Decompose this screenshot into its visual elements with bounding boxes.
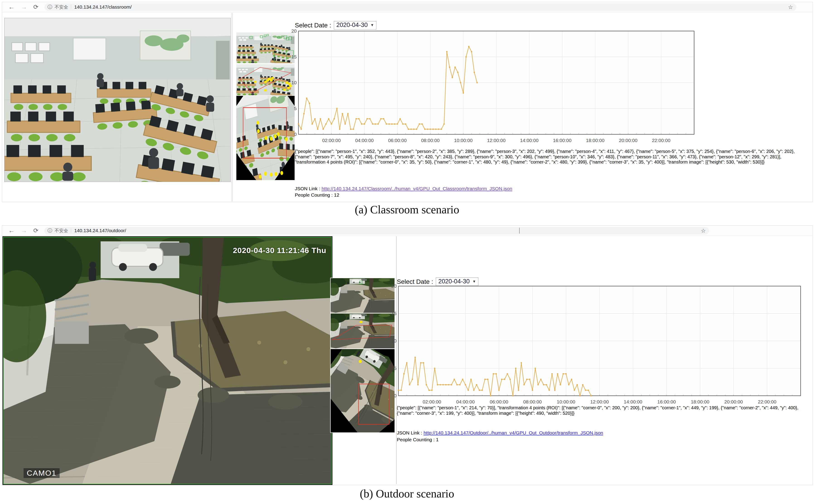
reload-icon[interactable]: ⟳	[33, 2, 39, 12]
svg-text:10:00:00: 10:00:00	[557, 399, 575, 404]
svg-text:06:00:00: 06:00:00	[490, 399, 508, 404]
svg-text:0: 0	[394, 393, 396, 398]
classroom-transform-thumbnail	[236, 95, 295, 181]
json-link-row: JSON Link : http://140.134.24.147/Classr…	[295, 186, 512, 191]
svg-text:02:00:00: 02:00:00	[322, 138, 341, 143]
svg-text:5: 5	[294, 106, 297, 111]
classroom-detection-thumbnail	[236, 32, 295, 64]
svg-text:16:00:00: 16:00:00	[553, 138, 572, 143]
browser-toolbar: ← → ⟳ ⓘ 不安全 140.134.24.147/classroom/ ☆	[2, 2, 812, 12]
classroom-camera-view	[4, 18, 231, 182]
address-bar[interactable]: ⓘ 不安全 140.134.24.147/classroom/ ☆	[44, 3, 796, 11]
caption-b: (b) Outdoor scenario	[0, 487, 814, 500]
address-bar[interactable]: ⓘ 不安全 140.134.24.147/outdoor/ ☆	[44, 227, 709, 234]
svg-text:22:00:00: 22:00:00	[652, 138, 671, 143]
json-link[interactable]: http://140.134.24.147/Classroom/../human…	[321, 186, 512, 191]
bookmark-star-icon[interactable]: ☆	[701, 227, 706, 234]
forward-icon[interactable]: →	[21, 2, 27, 12]
people-count-chart-outdoor: 0510152002:00:0004:00:0006:00:0008:00:00…	[388, 284, 804, 408]
json-output-text: {"people": [{"name": "person-1", "x": 35…	[295, 149, 812, 165]
json-link-row: JSON Link : http://140.134.24.147/Outdoo…	[397, 430, 603, 436]
svg-text:20:00:00: 20:00:00	[619, 138, 638, 143]
back-icon[interactable]: ←	[8, 2, 14, 12]
svg-text:08:00:00: 08:00:00	[421, 138, 440, 143]
back-icon[interactable]: ←	[8, 226, 14, 236]
people-count-chart-classroom: 0510152002:00:0004:00:0006:00:0008:00:00…	[290, 29, 698, 147]
people-counting-row: People Counting : 1	[397, 437, 439, 442]
date-select[interactable]: 2020-04-30 ▼	[334, 21, 376, 29]
outdoor-screenshot: ← → ⟳ ⓘ 不安全 140.134.24.147/outdoor/ ☆ 20…	[2, 225, 813, 485]
svg-text:20:00:00: 20:00:00	[724, 399, 743, 404]
select-date-row: Select Date : 2020-04-30 ▼	[295, 21, 376, 29]
outdoor-detection-thumbnail	[330, 278, 395, 313]
date-select-value: 2020-04-30	[336, 22, 367, 29]
security-label: 不安全	[55, 4, 68, 10]
svg-text:12:00:00: 12:00:00	[487, 138, 506, 143]
svg-text:16:00:00: 16:00:00	[657, 399, 676, 404]
info-icon[interactable]: ⓘ	[48, 227, 52, 234]
chevron-down-icon: ▼	[472, 280, 476, 284]
outdoor-transform-thumbnail	[330, 349, 395, 433]
json-link[interactable]: http://140.134.24.147/Outdoor/../human_v…	[424, 430, 603, 435]
figure-page: ← → ⟳ ⓘ 不安全 140.134.24.147/classroom/ ☆	[0, 0, 814, 504]
svg-text:22:00:00: 22:00:00	[758, 399, 776, 404]
people-counting-label: People Counting :	[295, 192, 333, 198]
people-counting-value: 12	[334, 192, 339, 198]
people-counting-label: People Counting :	[397, 437, 435, 442]
svg-text:12:00:00: 12:00:00	[590, 399, 609, 404]
text-cursor	[519, 228, 520, 234]
url-text[interactable]: 140.134.24.147/outdoor/	[74, 228, 126, 233]
svg-text:10: 10	[291, 80, 297, 85]
svg-text:18:00:00: 18:00:00	[586, 138, 605, 143]
svg-text:10: 10	[391, 338, 396, 343]
browser-toolbar: ← → ⟳ ⓘ 不安全 140.134.24.147/outdoor/ ☆	[2, 226, 812, 236]
outdoor-camera-view: 2020-04-30 11:21:46 Thu CAMO1	[2, 236, 332, 485]
people-counting-row: People Counting : 12	[295, 192, 339, 198]
svg-text:18:00:00: 18:00:00	[691, 399, 709, 404]
reload-icon[interactable]: ⟳	[33, 226, 39, 236]
person-dot	[359, 360, 362, 363]
classroom-screenshot: ← → ⟳ ⓘ 不安全 140.134.24.147/classroom/ ☆	[2, 2, 813, 202]
caption-a: (a) Classroom scenario	[0, 203, 814, 216]
camera-label: CAMO1	[24, 468, 60, 478]
svg-text:5: 5	[394, 366, 396, 371]
select-date-label: Select Date :	[295, 22, 331, 29]
info-icon[interactable]: ⓘ	[48, 4, 52, 10]
json-output-text: {"people": [{"name": "person-1", "x": 21…	[397, 405, 812, 416]
svg-text:04:00:00: 04:00:00	[456, 399, 475, 404]
svg-text:02:00:00: 02:00:00	[423, 399, 441, 404]
svg-text:14:00:00: 14:00:00	[624, 399, 643, 404]
svg-text:10:00:00: 10:00:00	[454, 138, 473, 143]
panel-divider	[232, 13, 232, 201]
person-dot	[359, 321, 362, 323]
svg-text:08:00:00: 08:00:00	[523, 399, 542, 404]
svg-text:15: 15	[391, 311, 396, 316]
svg-text:20: 20	[291, 29, 297, 34]
chevron-down-icon: ▼	[370, 23, 374, 27]
svg-text:20: 20	[391, 284, 396, 289]
svg-text:06:00:00: 06:00:00	[388, 138, 407, 143]
svg-text:0: 0	[294, 132, 297, 137]
bookmark-star-icon[interactable]: ☆	[788, 4, 793, 10]
svg-text:15: 15	[291, 54, 297, 59]
json-link-label: JSON Link :	[295, 186, 320, 191]
security-label: 不安全	[55, 228, 68, 234]
url-text[interactable]: 140.134.24.147/classroom/	[74, 4, 132, 10]
classroom-roi-thumbnail	[236, 64, 295, 96]
camera-timestamp: 2020-04-30 11:21:46 Thu	[233, 246, 326, 255]
svg-text:04:00:00: 04:00:00	[355, 138, 374, 143]
people-counting-value: 1	[436, 437, 439, 442]
forward-icon[interactable]: →	[21, 226, 27, 236]
outdoor-roi-thumbnail	[330, 313, 395, 349]
json-link-label: JSON Link :	[397, 430, 422, 435]
svg-text:14:00:00: 14:00:00	[520, 138, 539, 143]
